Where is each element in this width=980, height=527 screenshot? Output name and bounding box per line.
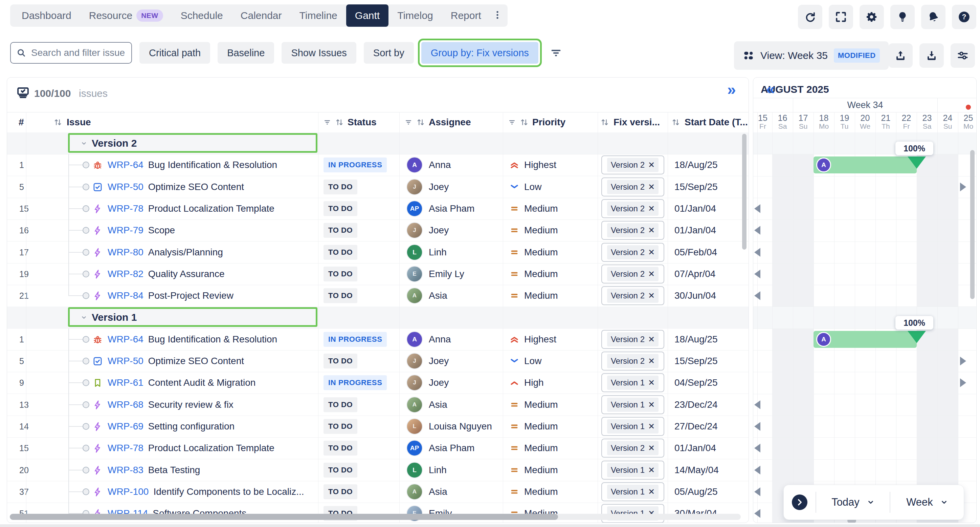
column-sort-icon[interactable] [54,118,62,126]
tab-report[interactable]: Report [442,5,490,27]
search-input-wrap[interactable] [10,42,132,64]
row-handle[interactable] [83,271,89,277]
status-badge[interactable]: IN PROGRESS [323,332,387,347]
table-row[interactable]: 16WRP-79ScopeTO DOJJoeyMediumVersion 2✕0… [7,219,749,241]
column-filter-icon[interactable] [404,118,412,126]
remove-fix-version-icon[interactable]: ✕ [648,422,655,431]
fix-version-chip[interactable]: Version 1✕ [601,417,664,436]
help-button[interactable]: ? [952,5,976,29]
column-filter-icon[interactable] [323,118,331,126]
table-row[interactable]: 15WRP-78Product Localization TemplateTO … [7,198,749,220]
gantt-vertical-scrollbar[interactable] [970,150,975,299]
row-handle[interactable] [83,205,89,212]
table-row[interactable]: 13WRP-68Security review & fixTO DOAAsiaM… [7,394,749,416]
row-handle[interactable] [83,467,89,473]
remove-fix-version-icon[interactable]: ✕ [648,270,655,278]
scroll-to-bar-left-arrow[interactable] [754,422,760,431]
status-badge[interactable]: TO DO [323,201,357,216]
fix-version-chip[interactable]: Version 2✕ [601,221,664,240]
column-header-priority[interactable]: Priority [532,117,565,128]
row-handle[interactable] [83,379,89,386]
status-badge[interactable]: TO DO [323,484,357,499]
idea-button[interactable] [890,5,915,29]
remove-fix-version-icon[interactable]: ✕ [648,488,655,496]
tab-timelog[interactable]: Timelog [388,5,442,27]
fix-version-chip[interactable]: Version 1✕ [601,461,664,479]
scroll-to-bar-left-arrow[interactable] [754,291,760,300]
column-sort-icon[interactable] [335,118,344,126]
issue-key-link[interactable]: WRP-100 [108,486,148,497]
issue-key-link[interactable]: WRP-82 [108,268,143,279]
row-handle[interactable] [83,423,89,430]
remove-fix-version-icon[interactable]: ✕ [648,401,655,409]
scroll-to-bar-left-arrow[interactable] [754,248,760,257]
issue-key-link[interactable]: WRP-68 [108,399,143,410]
table-horizontal-scrollbar-thumb[interactable] [10,514,558,520]
status-badge[interactable]: TO DO [323,419,357,434]
fix-version-chip[interactable]: Version 1✕ [601,395,664,414]
notifications-button[interactable] [921,5,945,29]
status-badge[interactable]: TO DO [323,179,357,195]
tab-schedule[interactable]: Schedule [172,5,232,27]
jump-forward-button[interactable] [792,495,807,510]
column-sort-icon[interactable] [601,118,609,126]
scroll-to-bar-left-arrow[interactable] [754,444,760,452]
remove-fix-version-icon[interactable]: ✕ [648,444,655,452]
remove-fix-version-icon[interactable]: ✕ [648,466,655,474]
settings-button[interactable] [859,5,884,29]
upload-button[interactable] [888,43,913,68]
tab-dashboard[interactable]: Dashboard [13,5,80,27]
issue-key-link[interactable]: WRP-50 [108,356,143,366]
remove-fix-version-icon[interactable]: ✕ [648,292,655,300]
row-handle[interactable] [83,336,89,343]
row-handle[interactable] [83,358,89,364]
status-badge[interactable]: TO DO [323,463,357,477]
tab-resource[interactable]: ResourceNEW [80,5,172,27]
column-header-status[interactable]: Status [348,117,377,128]
scroll-to-bar-left-arrow[interactable] [754,226,760,235]
table-vertical-scrollbar[interactable] [742,134,746,250]
table-row[interactable]: 9WRP-61Content Audit & MigrationIN PROGR… [7,372,749,394]
today-dropdown[interactable]: Today [816,496,890,508]
tab-calendar[interactable]: Calendar [232,5,291,27]
issue-key-link[interactable]: WRP-61 [108,377,143,388]
fullscreen-button[interactable] [829,5,853,29]
table-row[interactable]: 1WRP-64Bug Identification & ResolutionIN… [7,329,749,351]
status-badge[interactable]: TO DO [323,245,357,260]
fix-version-chip[interactable]: Version 2✕ [601,265,664,283]
sort-by-button[interactable]: Sort by [364,42,414,64]
table-row[interactable]: 20WRP-83Beta TestingTO DOLLinhMediumVers… [7,459,749,481]
tab-timeline[interactable]: Timeline [291,5,346,27]
remove-fix-version-icon[interactable]: ✕ [648,161,655,169]
scroll-to-bar-left-arrow[interactable] [754,466,760,474]
table-row[interactable]: 37WRP-100Identify Components to be Local… [7,481,749,503]
fix-version-chip[interactable]: Version 2✕ [601,243,664,262]
fix-version-chip[interactable]: Version 2✕ [601,330,664,349]
table-row[interactable]: 19WRP-82Quality AssuranceTO DOEEmily LyM… [7,263,749,285]
critical-path-button[interactable]: Critical path [139,42,210,64]
remove-fix-version-icon[interactable]: ✕ [648,183,655,191]
chevron-down-icon[interactable] [80,139,88,147]
column-filter-icon[interactable] [508,118,516,126]
fix-version-chip[interactable]: Version 1✕ [601,373,664,392]
status-badge[interactable]: TO DO [323,354,357,369]
column-header-start-date-t-[interactable]: Start Date (T... [684,117,748,128]
status-badge[interactable]: TO DO [323,397,357,412]
preferences-button[interactable] [951,43,975,68]
fix-version-chip[interactable]: Version 2✕ [601,439,664,458]
column-header--[interactable]: # [19,117,24,128]
sync-button[interactable] [798,5,822,29]
remove-fix-version-icon[interactable]: ✕ [648,248,655,256]
fix-version-chip[interactable]: Version 2✕ [601,177,664,196]
tab-gantt[interactable]: Gantt [346,5,388,27]
scroll-to-bar-left-arrow[interactable] [754,204,760,213]
remove-fix-version-icon[interactable]: ✕ [648,378,655,387]
table-row[interactable]: 5WRP-50Optimize SEO ContentTO DOJJoeyLow… [7,176,749,198]
table-row[interactable]: 1WRP-64Bug Identification & ResolutionIN… [7,154,749,176]
status-badge[interactable]: TO DO [323,223,357,238]
remove-fix-version-icon[interactable]: ✕ [648,204,655,213]
column-sort-icon[interactable] [520,118,528,126]
scroll-to-bar-left-arrow[interactable] [754,487,760,496]
column-sort-icon[interactable] [672,118,680,126]
fix-version-chip[interactable]: Version 1✕ [601,482,664,501]
